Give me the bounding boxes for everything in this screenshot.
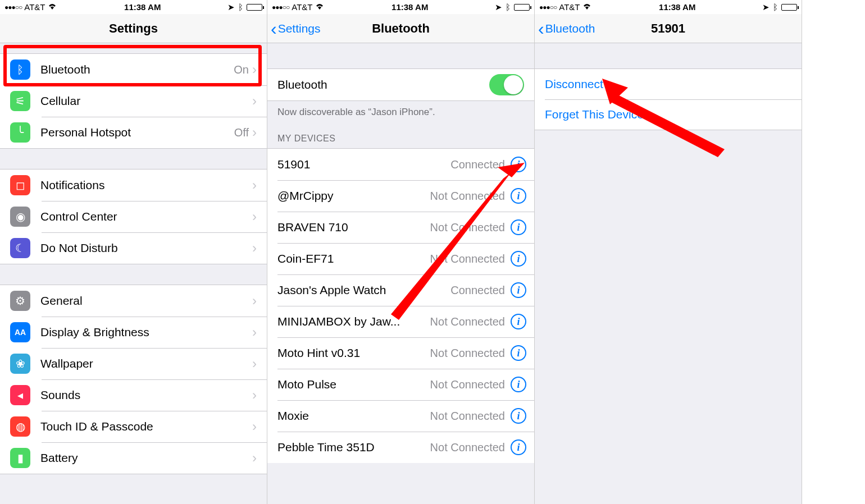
- row-label: Touch ID & Passcode: [40, 420, 252, 433]
- settings-row-wallpaper[interactable]: ❀Wallpaper›: [0, 348, 267, 379]
- row-label: Notifications: [40, 178, 252, 192]
- moon-icon: ☾: [10, 238, 30, 258]
- device-row[interactable]: @MrCippyNot Connectedi: [267, 180, 534, 212]
- nav-bar: ‹Bluetooth 51901: [535, 14, 802, 43]
- device-name: Moto Hint v0.31: [277, 346, 430, 360]
- sound-icon: ◂: [10, 385, 30, 405]
- carrier: AT&T: [24, 2, 45, 12]
- device-row[interactable]: MoxieNot Connectedi: [267, 400, 534, 432]
- device-row[interactable]: Pebble Time 351DNot Connectedi: [267, 432, 534, 463]
- signal-dots: ●●●○○: [4, 3, 22, 11]
- device-row[interactable]: 51901Connectedi: [267, 149, 534, 180]
- back-button[interactable]: ‹Settings: [267, 20, 321, 38]
- bluetooth-icon: ᛒ: [238, 2, 243, 12]
- bluetooth-icon: ᛒ: [506, 2, 511, 12]
- chevron-right-icon: ›: [252, 356, 257, 372]
- device-row[interactable]: BRAVEN 710Not Connectedi: [267, 212, 534, 243]
- back-button[interactable]: ‹Bluetooth: [535, 20, 595, 38]
- bluetooth-toggle-row[interactable]: Bluetooth: [267, 69, 534, 100]
- device-row[interactable]: Coin-EF71Not Connectedi: [267, 243, 534, 274]
- AA-icon: AA: [10, 322, 30, 342]
- settings-row-control-center[interactable]: ◉Control Center›: [0, 201, 267, 232]
- flower-icon: ❀: [10, 354, 30, 374]
- status-bar: ●●●○○AT&T 11:38 AM ➤ᛒ: [267, 0, 534, 14]
- gear-icon: ⚙: [10, 291, 30, 311]
- settings-row-bluetooth[interactable]: ᛒBluetoothOn›: [0, 54, 267, 85]
- device-status: Not Connected: [430, 315, 505, 328]
- settings-row-cellular[interactable]: ⚟Cellular›: [0, 85, 267, 117]
- info-icon[interactable]: i: [511, 282, 526, 298]
- battery-icon: [247, 4, 262, 11]
- settings-row-personal-hotspot[interactable]: ╰Personal HotspotOff›: [0, 117, 267, 148]
- discoverable-text: Now discoverable as “Jason iPhone”.: [267, 101, 534, 123]
- battery-icon: ▮: [10, 448, 30, 468]
- device-name: Coin-EF71: [277, 252, 430, 265]
- device-name: @MrCippy: [277, 189, 430, 203]
- device-row[interactable]: Moto PulseNot Connectedi: [267, 369, 534, 400]
- row-label: General: [40, 294, 252, 308]
- info-icon[interactable]: i: [511, 157, 526, 172]
- device-name: BRAVEN 710: [277, 221, 430, 234]
- my-devices-header: MY DEVICES: [267, 123, 534, 148]
- info-icon[interactable]: i: [511, 219, 526, 235]
- bluetooth-icon: ᛒ: [10, 59, 30, 80]
- settings-row-touch-id-passcode[interactable]: ◍Touch ID & Passcode›: [0, 411, 267, 442]
- status-bar: ●●●○○ AT&T 11:38 AM ➤ ᛒ: [0, 0, 267, 14]
- status-bar: ●●●○○AT&T 11:38 AM ➤ᛒ: [535, 0, 802, 14]
- link-icon: ╰: [10, 122, 30, 143]
- battery-icon: [514, 4, 530, 11]
- chevron-right-icon: ›: [252, 93, 257, 109]
- nav-bar: Settings: [0, 14, 267, 43]
- settings-row-display-brightness[interactable]: AADisplay & Brightness›: [0, 317, 267, 348]
- notif-icon: ◻: [10, 175, 30, 195]
- device-row[interactable]: Moto Hint v0.31Not Connectedi: [267, 337, 534, 369]
- chevron-right-icon: ›: [252, 293, 257, 309]
- device-row[interactable]: MINIJAMBOX by Jaw...Not Connectedi: [267, 306, 534, 337]
- row-value: On: [234, 63, 249, 76]
- bluetooth-icon: ᛒ: [773, 2, 778, 12]
- info-icon[interactable]: i: [511, 439, 526, 455]
- settings-row-do-not-disturb[interactable]: ☾Do Not Disturb›: [0, 232, 267, 264]
- device-detail-pane: ●●●○○AT&T 11:38 AM ➤ᛒ ‹Bluetooth 51901 D…: [535, 0, 802, 504]
- action-forget-this-device[interactable]: Forget This Device: [535, 99, 802, 130]
- device-name: 51901: [277, 158, 450, 171]
- device-status: Not Connected: [430, 441, 505, 454]
- info-icon[interactable]: i: [511, 377, 526, 392]
- row-label: Bluetooth: [40, 63, 234, 76]
- info-icon[interactable]: i: [511, 314, 526, 329]
- action-disconnect[interactable]: Disconnect: [535, 69, 802, 99]
- device-name: Moxie: [277, 409, 430, 423]
- device-status: Connected: [450, 158, 505, 171]
- row-label: Personal Hotspot: [40, 126, 234, 139]
- settings-row-sounds[interactable]: ◂Sounds›: [0, 379, 267, 411]
- nav-bar: ‹Settings Bluetooth: [267, 14, 534, 43]
- row-value: Off: [234, 126, 249, 139]
- row-label: Do Not Disturb: [40, 241, 252, 255]
- row-label: Cellular: [40, 94, 252, 108]
- info-icon[interactable]: i: [511, 251, 526, 267]
- control-icon: ◉: [10, 207, 30, 227]
- info-icon[interactable]: i: [511, 345, 526, 361]
- device-status: Not Connected: [430, 378, 505, 391]
- battery-icon: [781, 4, 797, 11]
- row-label: Wallpaper: [40, 357, 252, 370]
- chevron-right-icon: ›: [252, 240, 257, 256]
- wifi-icon: [47, 2, 57, 12]
- chevron-left-icon: ‹: [538, 20, 544, 38]
- device-name: Moto Pulse: [277, 378, 430, 391]
- antenna-icon: ⚟: [10, 91, 30, 111]
- settings-row-battery[interactable]: ▮Battery›: [0, 442, 267, 474]
- location-icon: ➤: [227, 2, 235, 12]
- device-row[interactable]: Jason's Apple WatchConnectedi: [267, 274, 534, 306]
- settings-row-general[interactable]: ⚙General›: [0, 285, 267, 317]
- page-title: Settings: [0, 21, 267, 36]
- settings-row-notifications[interactable]: ◻Notifications›: [0, 169, 267, 201]
- bluetooth-toggle[interactable]: [489, 74, 524, 95]
- info-icon[interactable]: i: [511, 188, 526, 204]
- chevron-right-icon: ›: [252, 387, 257, 403]
- info-icon[interactable]: i: [511, 408, 526, 424]
- chevron-right-icon: ›: [252, 209, 257, 224]
- chevron-left-icon: ‹: [271, 20, 277, 38]
- device-name: Jason's Apple Watch: [277, 283, 450, 297]
- bluetooth-pane: ●●●○○AT&T 11:38 AM ➤ᛒ ‹Settings Bluetoot…: [267, 0, 535, 504]
